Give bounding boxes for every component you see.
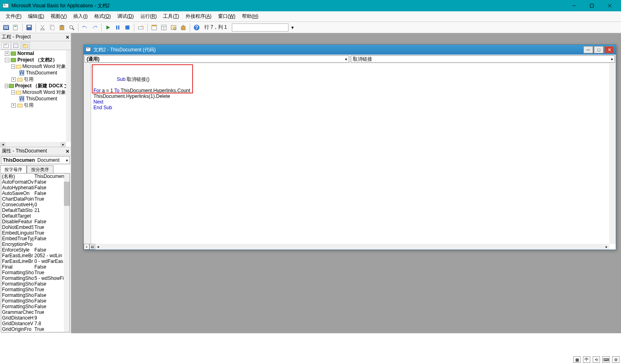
property-row[interactable]: EmbedTrueTypeFalse [1, 236, 70, 241]
window-minimize-button[interactable] [565, 0, 583, 11]
tree-item-thisdocument[interactable]: ThisDocument [26, 70, 57, 76]
cut-icon[interactable] [38, 23, 47, 32]
project-explorer-icon[interactable] [150, 23, 159, 32]
menu-e[interactable]: 编辑(E) [25, 12, 47, 21]
property-row[interactable]: FinalFalse [1, 264, 70, 270]
properties-panel-close-icon[interactable]: × [66, 148, 69, 154]
paste-icon[interactable] [57, 23, 66, 32]
tree-item-refs2[interactable]: 引用 [24, 102, 34, 109]
help-icon[interactable]: ? [192, 23, 201, 32]
toolbar-search-input[interactable] [232, 23, 288, 32]
property-row[interactable]: AutoFormatOveFalse [1, 179, 70, 185]
undo-icon[interactable] [81, 23, 89, 32]
tree-item-wordobjs2[interactable]: Microsoft Word 对象 [22, 89, 66, 96]
window-close-button[interactable] [601, 0, 619, 11]
property-row[interactable]: DefaultTarget [1, 213, 70, 219]
property-row[interactable]: FormattingShoTrue [1, 287, 70, 292]
tree-horizontal-scrollbar[interactable]: ◂▸ [0, 142, 66, 147]
properties-grid[interactable]: (名称)ThisDocumentAutoFormatOveFalseAutoHy… [1, 173, 70, 332]
tab-categorized[interactable]: 按分类序 [27, 165, 53, 174]
property-row[interactable]: ChartDataPoinTrue [1, 196, 70, 202]
tree-toggle-icon[interactable]: − [11, 90, 15, 95]
property-row[interactable]: (名称)ThisDocument [1, 174, 70, 179]
tree-item-normal[interactable]: Normal [17, 51, 34, 56]
menu-o[interactable]: 格式(O) [91, 12, 114, 21]
tree-item-thisdocument2[interactable]: ThisDocument [26, 96, 57, 102]
property-row[interactable]: GridDistanceV7.8 [1, 321, 70, 326]
property-row[interactable]: EncryptionPro [1, 241, 70, 247]
design-mode-icon[interactable] [136, 23, 145, 32]
tab-alphabetical[interactable]: 按字母序 [0, 165, 27, 174]
code-window-maximize-button[interactable]: □ [594, 46, 604, 53]
menu-f[interactable]: 文件(F) [2, 12, 25, 21]
code-procedure-dropdown[interactable]: 取消链接▾ [351, 55, 615, 63]
tree-toggle-icon[interactable]: + [5, 51, 9, 56]
toolbox-icon[interactable] [179, 23, 188, 32]
toggle-folders-icon[interactable] [21, 42, 30, 49]
code-horizontal-scrollbar[interactable]: ≡ ▤ ◂▸ [84, 244, 609, 250]
object-browser-icon[interactable] [169, 23, 178, 32]
menu-a[interactable]: 外接程序(A) [182, 12, 215, 21]
view-word-icon[interactable]: W [2, 23, 11, 32]
menu-i[interactable]: 插入(I) [70, 12, 91, 21]
property-row[interactable]: FormattingShoFalse [1, 292, 70, 298]
property-row[interactable]: GrammarCheckeTrue [1, 309, 70, 315]
code-editor[interactable]: Sub 取消链接() For a = 1 To ThisDocument.Hyp… [91, 63, 609, 244]
property-row[interactable]: DefaultTabSto21 [1, 207, 70, 213]
tree-toggle-icon[interactable]: + [11, 77, 16, 82]
project-tree[interactable]: +Normal −Project （文档2） −Microsoft Word 对… [0, 50, 71, 147]
full-module-view-icon[interactable]: ▤ [89, 244, 95, 250]
find-icon[interactable] [67, 23, 76, 32]
tree-item-refs[interactable]: 引用 [24, 76, 34, 83]
copy-icon[interactable] [48, 23, 57, 32]
property-row[interactable]: FormattingShoFalse [1, 304, 70, 309]
menu-t[interactable]: 工具(T) [160, 12, 182, 21]
code-object-dropdown[interactable]: (通用)▾ [85, 55, 349, 63]
property-row[interactable]: EmbedLinguistTrue [1, 230, 70, 236]
tree-item-project1[interactable]: Project （文档2） [17, 57, 57, 63]
tree-vertical-scrollbar[interactable] [66, 50, 71, 142]
run-icon[interactable] [104, 23, 112, 32]
properties-scrollbar[interactable] [64, 174, 70, 332]
tree-toggle-icon[interactable]: − [5, 58, 9, 62]
tree-toggle-icon[interactable]: − [11, 64, 15, 69]
tree-toggle-icon[interactable]: + [11, 103, 16, 108]
project-panel-close-icon[interactable]: × [66, 34, 69, 40]
property-row[interactable]: GridOriginFroTrue [1, 326, 70, 332]
tree-item-project2[interactable]: Project （新建 DOCX 文 [15, 83, 66, 89]
code-window-close-button[interactable]: ✕ [604, 46, 614, 53]
code-vertical-scrollbar[interactable] [609, 63, 616, 244]
tree-toggle-icon[interactable]: − [5, 84, 8, 88]
property-row[interactable]: FormattingShoFalse [1, 281, 70, 287]
menu-d[interactable]: 调试(D) [114, 12, 137, 21]
properties-object-selector[interactable]: ThisDocumen Document ▾ [1, 156, 70, 164]
property-row[interactable]: GridDistanceH9 [1, 315, 70, 321]
save-icon[interactable] [25, 23, 34, 32]
property-row[interactable]: EnforceStyleFalse [1, 247, 70, 253]
code-window-minimize-button[interactable]: ─ [583, 46, 593, 53]
pause-icon[interactable] [113, 23, 122, 32]
toolbar-search-dropdown-icon[interactable]: ▾ [289, 23, 296, 32]
code-window-titlebar[interactable]: 文档2 - ThisDocument (代码) ─ □ ✕ [84, 45, 616, 55]
tree-item-wordobjs[interactable]: Microsoft Word 对象 [22, 63, 66, 70]
window-maximize-button[interactable] [583, 0, 601, 11]
property-row[interactable]: AutoHyphenatiFalse ▾ [1, 185, 70, 190]
property-row[interactable]: DoNotEmbedSysTrue [1, 224, 70, 230]
menu-v[interactable]: 视图(V) [47, 12, 70, 21]
insert-module-icon[interactable] [11, 23, 20, 32]
property-row[interactable]: FarEastLineBr0 - wdFarEas [1, 258, 70, 264]
property-row[interactable]: FarEastLineBr2052 - wdLin [1, 253, 70, 258]
menu-w[interactable]: 窗口(W) [215, 12, 239, 21]
stop-icon[interactable] [123, 23, 132, 32]
menu-r[interactable]: 运行(R) [137, 12, 160, 21]
redo-icon[interactable] [90, 23, 99, 32]
view-code-icon[interactable] [2, 42, 11, 49]
property-row[interactable]: FormattingShoTrue [1, 270, 70, 275]
property-row[interactable]: AutoSaveOnFalse [1, 190, 70, 196]
property-row[interactable]: DisableFeaturFalse [1, 219, 70, 224]
properties-icon[interactable] [159, 23, 168, 32]
view-object-icon[interactable] [11, 42, 20, 49]
property-row[interactable]: FormattingShoFalse [1, 298, 70, 304]
property-row[interactable]: FormattingSho5 - wdShowFi [1, 275, 70, 281]
procedure-view-icon[interactable]: ≡ [84, 244, 89, 250]
